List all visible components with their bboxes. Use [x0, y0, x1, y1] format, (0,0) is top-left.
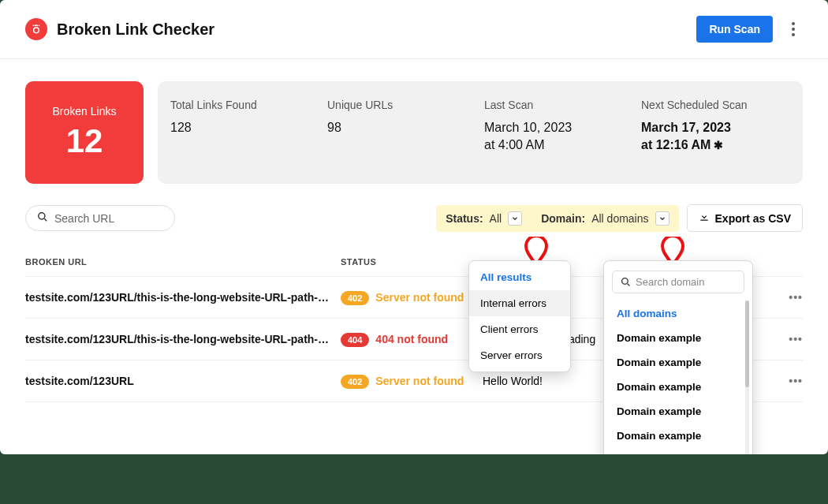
toolbar: Search URL Status: All Domain: All domai…	[0, 198, 828, 243]
status-code-badge: 402	[341, 375, 369, 389]
more-menu-button[interactable]	[784, 20, 803, 39]
next-scan-value: March 17, 2023 at 12:16 AM✱	[641, 119, 790, 155]
status-text: Server not found	[375, 291, 464, 304]
status-filter-label: Status:	[446, 212, 483, 225]
svg-point-2	[622, 278, 628, 285]
domain-dropdown-item[interactable]: Domain example	[612, 424, 744, 448]
export-csv-button[interactable]: Export as CSV	[687, 204, 803, 232]
domain-filter-label: Domain:	[541, 212, 585, 225]
broken-links-value: 12	[66, 122, 103, 160]
stat-next-scan: Next Scheduled Scan March 17, 2023 at 12…	[641, 99, 790, 155]
status-dropdown-item[interactable]: Client errors	[469, 316, 570, 342]
status-dropdown-item[interactable]: Server errors	[469, 342, 570, 368]
search-input[interactable]: Search URL	[25, 205, 175, 231]
status-dropdown-item[interactable]: All results	[469, 264, 570, 290]
domain-dropdown-scrollbar[interactable]	[745, 301, 749, 454]
last-scan-value: March 10, 2023 at 4:00 AM	[484, 119, 633, 155]
row-actions-button[interactable]: •••	[789, 291, 803, 304]
domain-filter-dropdown-toggle[interactable]	[655, 211, 669, 226]
stats-row: Broken Links 12 Total Links Found 128 Un…	[0, 59, 828, 198]
broken-links-card: Broken Links 12	[25, 81, 144, 184]
broken-url-cell[interactable]: testsite.com/123URL/this-is-the-long-web…	[25, 333, 341, 345]
stat-strip: Total Links Found 128 Unique URLs 98 Las…	[158, 81, 803, 184]
status-text: 404 not found	[375, 333, 448, 345]
domain-dropdown-item[interactable]: Domain example	[612, 375, 744, 399]
search-icon	[37, 211, 48, 225]
status-cell: 404404 not found	[341, 333, 483, 345]
domain-dropdown-item[interactable]: Domain example	[612, 399, 744, 424]
row-actions-button[interactable]: •••	[789, 375, 803, 387]
row-actions-button[interactable]: •••	[789, 333, 803, 345]
domain-dropdown-item[interactable]: Domain example	[612, 350, 744, 375]
status-text: Server not found	[375, 375, 464, 387]
stat-total: Total Links Found 128	[170, 99, 319, 136]
status-dropdown: All resultsInternal errorsClient errorsS…	[468, 260, 571, 372]
header: Broken Link Checker Run Scan	[0, 0, 828, 59]
domain-dropdown: Search domain All domainsDomain exampleD…	[603, 260, 753, 454]
status-cell: 402Server not found	[341, 291, 483, 304]
search-placeholder: Search URL	[54, 212, 114, 225]
app-logo-icon	[25, 18, 47, 40]
domain-dropdown-item[interactable]: Domain example	[612, 448, 744, 454]
domain-filter-value: All domains	[591, 212, 648, 225]
run-scan-button[interactable]: Run Scan	[696, 16, 773, 43]
col-header-url: BROKEN URL	[25, 257, 341, 267]
status-code-badge: 404	[341, 333, 369, 347]
domain-dropdown-item[interactable]: All domains	[612, 301, 744, 326]
page-title: Broken Link Checker	[57, 21, 696, 39]
status-filter-dropdown-toggle[interactable]	[508, 211, 522, 226]
col-header-status: STATUS	[341, 257, 483, 267]
broken-links-label: Broken Links	[53, 105, 117, 118]
status-code-badge: 402	[341, 291, 369, 305]
svg-point-1	[39, 213, 45, 219]
app-window: Broken Link Checker Run Scan Broken Link…	[0, 0, 828, 454]
broken-url-cell[interactable]: testsite.com/123URL	[25, 375, 341, 387]
status-cell: 402Server not found	[341, 375, 483, 387]
download-icon	[699, 211, 710, 225]
status-dropdown-item[interactable]: Internal errors	[469, 290, 570, 316]
broken-url-cell[interactable]: testsite.com/123URL/this-is-the-long-web…	[25, 291, 341, 304]
stat-last-scan: Last Scan March 10, 2023 at 4:00 AM	[484, 99, 633, 155]
svg-point-0	[34, 28, 39, 33]
domain-search-input[interactable]: Search domain	[612, 271, 744, 293]
gear-icon[interactable]: ✱	[714, 138, 723, 154]
filter-bar: Status: All Domain: All domains	[436, 205, 678, 232]
stat-unique: Unique URLs 98	[327, 99, 476, 136]
status-filter-value: All	[490, 212, 502, 225]
domain-dropdown-item[interactable]: Domain example	[612, 326, 744, 350]
